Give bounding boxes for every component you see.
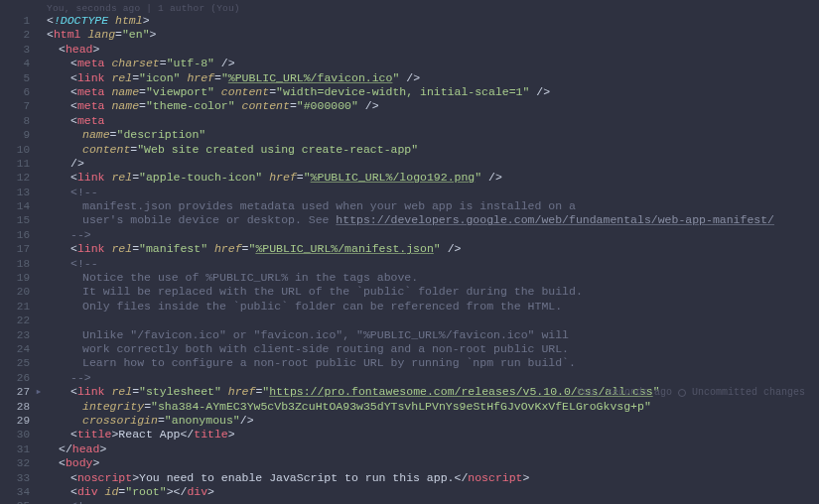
code-line[interactable]: 15user's mobile device or desktop. See h… [0, 213, 819, 227]
code-line[interactable]: 3<head> [0, 43, 819, 57]
line-content[interactable]: /> [42, 157, 819, 171]
code-line[interactable]: 17<link rel="manifest" href="%PUBLIC_URL… [0, 242, 819, 256]
line-number: 32 [0, 456, 42, 470]
code-lines-container: 1<!DOCTYPE html>2<html lang="en">3<head>… [0, 14, 819, 504]
line-number: 17 [0, 242, 42, 256]
code-line[interactable]: 7<meta name="theme-color" content="#0000… [0, 99, 819, 113]
line-number: 24 [0, 342, 42, 356]
line-content[interactable]: manifest.json provides metadata used whe… [42, 199, 819, 213]
code-line[interactable]: 16--> [0, 228, 819, 242]
code-line[interactable]: 29crossorigin="anonymous"/> [0, 414, 819, 428]
code-line[interactable]: 23Unlike "/favicon.ico" or "favicon.ico"… [0, 328, 819, 342]
code-line[interactable]: 18<!-- [0, 257, 819, 271]
line-number: 22 [0, 314, 42, 327]
line-content[interactable]: <title>React App</title> [42, 428, 819, 441]
code-line[interactable]: 8<meta [0, 114, 819, 128]
unsaved-dot-icon [678, 389, 686, 397]
code-line[interactable]: 19Notice the use of %PUBLIC_URL% in the … [0, 271, 819, 285]
line-content[interactable]: <html lang="en"> [42, 28, 819, 42]
code-line[interactable]: 12<link rel="apple-touch-icon" href="%PU… [0, 171, 819, 185]
line-content[interactable]: <link rel="manifest" href="%PUBLIC_URL%/… [42, 242, 819, 256]
code-line[interactable]: 33<noscript>You need to enable JavaScrip… [0, 471, 819, 485]
line-number: 20 [0, 285, 42, 299]
line-content[interactable]: <link rel="icon" href="%PUBLIC_URL%/favi… [42, 71, 819, 85]
line-content[interactable]: Only files inside the `public` folder ca… [42, 300, 819, 314]
code-editor-pane[interactable]: You, seconds ago | 1 author (You) 1<!DOC… [0, 0, 819, 504]
line-content[interactable]: <meta [42, 114, 819, 128]
code-line[interactable]: 32<body> [0, 456, 819, 470]
code-line[interactable]: 13<!-- [0, 186, 819, 199]
line-content[interactable]: <!-- [42, 499, 819, 504]
line-number: 6 [0, 85, 42, 99]
line-number: 4 [0, 57, 42, 70]
line-number: 13 [0, 186, 42, 199]
line-number: 3 [0, 43, 42, 57]
line-content[interactable]: --> [42, 228, 819, 242]
code-line[interactable]: 11/> [0, 157, 819, 171]
line-content[interactable]: <meta charset="utf-8" /> [42, 57, 819, 70]
line-number: 35 [0, 499, 42, 504]
line-content[interactable]: name="description" [42, 128, 819, 142]
inline-blame-annotation: You, seconds agoUncommitted changes [577, 386, 805, 400]
code-line[interactable]: 10content="Web site created using create… [0, 143, 819, 157]
code-line[interactable]: 24work correctly both with client-side r… [0, 342, 819, 356]
code-line[interactable]: 34<div id="root"></div> [0, 485, 819, 499]
code-line[interactable]: 26--> [0, 371, 819, 385]
line-content[interactable]: user's mobile device or desktop. See htt… [42, 213, 819, 227]
code-line[interactable]: 20It will be replaced with the URL of th… [0, 285, 819, 299]
line-content[interactable]: <meta name="theme-color" content="#00000… [42, 99, 819, 113]
line-number: 28 [0, 400, 42, 414]
line-content[interactable]: <div id="root"></div> [42, 485, 819, 499]
code-line[interactable]: 27<link rel="stylesheet" href="https://p… [0, 385, 819, 399]
line-number: 29 [0, 414, 42, 428]
line-number: 26 [0, 371, 42, 385]
line-number: 25 [0, 356, 42, 370]
line-content[interactable]: <link rel="apple-touch-icon" href="%PUBL… [42, 171, 819, 185]
code-line[interactable]: 14manifest.json provides metadata used w… [0, 199, 819, 213]
line-number: 7 [0, 99, 42, 113]
line-number: 23 [0, 328, 42, 342]
line-number: 2 [0, 28, 42, 42]
line-content[interactable]: work correctly both with client-side rou… [42, 342, 819, 356]
line-content[interactable]: <noscript>You need to enable JavaScript … [42, 471, 819, 485]
line-content[interactable]: <!DOCTYPE html> [42, 14, 819, 28]
code-line[interactable]: 25Learn how to configure a non-root publ… [0, 356, 819, 370]
line-content[interactable]: --> [42, 371, 819, 385]
code-line[interactable]: 28integrity="sha384-AYmEC3Yw5cVb3ZcuHtOA… [0, 400, 819, 414]
line-number: 18 [0, 257, 42, 271]
line-content[interactable]: <link rel="stylesheet" href="https://pro… [42, 385, 819, 399]
line-number: 1 [0, 14, 42, 28]
line-number: 11 [0, 157, 42, 171]
line-number: 21 [0, 300, 42, 314]
line-content[interactable]: content="Web site created using create-r… [42, 143, 819, 157]
code-line[interactable]: 1<!DOCTYPE html> [0, 14, 819, 28]
code-line[interactable]: 30<title>React App</title> [0, 428, 819, 441]
line-number: 19 [0, 271, 42, 285]
line-content[interactable]: Unlike "/favicon.ico" or "favicon.ico", … [42, 328, 819, 342]
line-content[interactable]: <!-- [42, 186, 819, 199]
code-line[interactable]: 21Only files inside the `public` folder … [0, 300, 819, 314]
line-content[interactable]: Notice the use of %PUBLIC_URL% in the ta… [42, 271, 819, 285]
line-content[interactable]: <body> [42, 456, 819, 470]
code-line[interactable]: 9name="description" [0, 128, 819, 142]
line-content[interactable]: integrity="sha384-AYmEC3Yw5cVb3ZcuHtOA93… [42, 400, 819, 414]
line-content[interactable]: Learn how to configure a non-root public… [42, 356, 819, 370]
line-number: 31 [0, 442, 42, 456]
line-content[interactable] [42, 314, 819, 327]
line-number: 8 [0, 114, 42, 128]
code-line[interactable]: 2<html lang="en"> [0, 28, 819, 42]
line-content[interactable]: It will be replaced with the URL of the … [42, 285, 819, 299]
line-content[interactable]: <meta name="viewport" content="width=dev… [42, 85, 819, 99]
line-content[interactable]: <head> [42, 43, 819, 57]
line-number: 34 [0, 485, 42, 499]
line-number: 10 [0, 143, 42, 157]
code-line[interactable]: 4<meta charset="utf-8" /> [0, 57, 819, 70]
code-line[interactable]: 5<link rel="icon" href="%PUBLIC_URL%/fav… [0, 71, 819, 85]
code-line[interactable]: 6<meta name="viewport" content="width=de… [0, 85, 819, 99]
code-line[interactable]: 22 [0, 314, 819, 327]
line-content[interactable]: </head> [42, 442, 819, 456]
line-content[interactable]: <!-- [42, 257, 819, 271]
line-content[interactable]: crossorigin="anonymous"/> [42, 414, 819, 428]
code-line[interactable]: 31</head> [0, 442, 819, 456]
code-line[interactable]: 35<!-- [0, 499, 819, 504]
